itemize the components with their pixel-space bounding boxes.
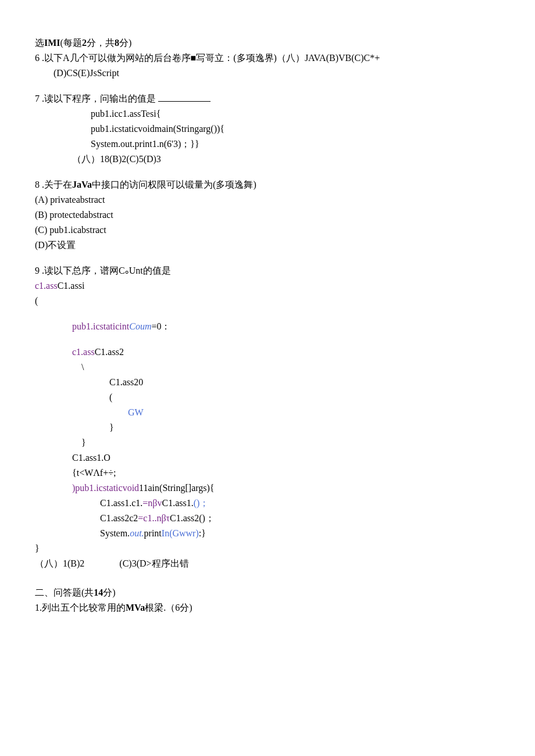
q9-l15b: =c1..nβτ xyxy=(138,513,170,523)
header-bold: IMI xyxy=(44,38,60,48)
header-p2: 8 xyxy=(115,38,119,48)
q9-l7: ( xyxy=(35,390,500,404)
q9-l10: } xyxy=(35,436,500,450)
q8-line1: 8 .关于在JaVa中接口的访问权限可以锻量为(多项逸舞) xyxy=(35,178,500,192)
q8-bold: JaVa xyxy=(72,180,92,189)
blank-line xyxy=(158,92,211,102)
q9-text: 读以下总序，谱网CₒUnt的值是 xyxy=(44,266,171,275)
q9-line1: 9 .读以下总序，谱网CₒUnt的值是 xyxy=(35,264,500,278)
q6-text-b: (D)CS(E)JsScript xyxy=(54,68,119,78)
s2-q1-bold: MVa xyxy=(126,603,145,612)
q9-l3a: pub1.icstaticint xyxy=(72,321,129,331)
header-mid: 分，共 xyxy=(87,38,115,48)
s2-q1-b: 根梁.（6分) xyxy=(145,603,192,612)
q9-l1a: c1.ass xyxy=(35,281,58,291)
s2-q1-a: 1.列出五个比较常用的 xyxy=(35,603,126,612)
q8-opt-d: (D)不设置 xyxy=(35,238,500,252)
q9-l4a: c1.ass xyxy=(72,347,95,357)
q9-l13b: 11ain(String[]args){ xyxy=(139,483,214,493)
q9-l15c: C1.ass2()； xyxy=(170,513,215,523)
q6-num: 6 xyxy=(35,53,40,63)
q9-num: 9 xyxy=(35,266,40,275)
q9-l9: } xyxy=(35,421,500,435)
q9-l15: C1.ass2c2=c1..nβτC1.ass2()； xyxy=(35,511,500,525)
q8-text-b: 中接口的访问权限可以锻量为(多项逸舞) xyxy=(92,180,256,189)
s2-bold: 14 xyxy=(94,587,103,597)
q6-text-a: 以下A几个可以做为网站的后台卷序■写哥立：(多项逸界)（八）JAVA(B)VB(… xyxy=(44,53,380,63)
section2-header: 二、问答题(共14分) xyxy=(35,586,500,600)
section-header: 选IMI(每题2分，共8分) xyxy=(35,36,500,50)
q9-l11: C1.ass1.O xyxy=(35,451,500,465)
q9-l1: c1.assC1.assi xyxy=(35,279,500,293)
q9-l4b: C1.ass2 xyxy=(95,347,124,357)
q9-l14d: ()； xyxy=(194,498,209,508)
q9-l5: \ xyxy=(35,360,500,374)
q7-dot: . xyxy=(40,94,44,103)
q9-l15a: C1.ass2c2 xyxy=(100,513,138,523)
q7-code1: pub1.icc1.assTesi{ xyxy=(35,107,500,121)
q6-dot: . xyxy=(40,53,44,63)
q7-code3: System.out.print1.n(6'3)；}} xyxy=(35,137,500,151)
q7-line1: 7 .读以下程序，问输出的值是 xyxy=(35,92,500,106)
q9-ans-b: (C)3(D>程序出错 xyxy=(119,558,188,568)
q9-ans-a: （八）1(B)2 xyxy=(35,558,84,568)
q9-l16: System.out.printIn(Gwwr):} xyxy=(35,526,500,540)
q9-l13a: )pub1.icstaticvoid xyxy=(72,483,139,493)
q9-answers: （八）1(B)2(C)3(D>程序出错 xyxy=(35,557,500,571)
header-p1: 2 xyxy=(82,38,87,48)
q9-l3b: Coum xyxy=(129,321,151,331)
q6-line2: (D)CS(E)JsScript xyxy=(35,66,500,80)
q9-l1b: C1.assi xyxy=(58,281,85,291)
q9-l13: )pub1.icstaticvoid11ain(String[]args){ xyxy=(35,481,500,495)
q9-l4: c1.assC1.ass2 xyxy=(35,345,500,359)
q9-l14b: =nβv xyxy=(142,498,162,508)
header-prefix: 选 xyxy=(35,38,44,48)
q9-l16a: System. xyxy=(100,528,130,538)
q7-code2: pub1.icstaticvoidmain(Stringarg()){ xyxy=(35,122,500,136)
q9-l8: GW xyxy=(35,406,500,420)
q9-l6: C1.ass20 xyxy=(35,375,500,389)
q9-l3c: =0： xyxy=(151,321,170,331)
s2-b: 分) xyxy=(103,587,115,597)
q9-l2: ( xyxy=(35,294,500,308)
q7-text: 读以下程序，问输出的值是 xyxy=(44,94,158,103)
q8-num: 8 xyxy=(35,180,40,189)
q9-l3: pub1.icstaticintCoum=0： xyxy=(35,320,500,334)
q8-opt-b: (B) protectedabstract xyxy=(35,208,500,222)
q9-l16e: :} xyxy=(199,528,206,538)
header-end: 分) xyxy=(119,38,131,48)
q8-opt-a: (A) privateabstract xyxy=(35,193,500,207)
q9-l16b: out. xyxy=(130,528,144,538)
q7-num: 7 xyxy=(35,94,40,103)
section2-q1: 1.列出五个比较常用的MVa根梁.（6分) xyxy=(35,601,500,615)
q9-l14a: C1.ass1.c1. xyxy=(100,498,142,508)
q9-l16c: print xyxy=(144,528,162,538)
q6-line1: 6 .以下A几个可以做为网站的后台卷序■写哥立：(多项逸界)（八）JAVA(B)… xyxy=(35,51,500,65)
q9-l17: } xyxy=(35,542,500,556)
q9-dot: . xyxy=(40,266,44,275)
s2-a: 二、问答题(共 xyxy=(35,587,94,597)
q9-l16d: In(Gwwr) xyxy=(162,528,199,538)
q7-answers: （八）18(B)2(C)5(D)3 xyxy=(35,152,500,166)
q8-text-a: 关于在 xyxy=(44,180,72,189)
q9-l14: C1.ass1.c1.=nβvC1.ass1.()； xyxy=(35,496,500,510)
q9-l12: {t<WΛf+÷; xyxy=(35,466,500,480)
q9-l14c: C1.ass1. xyxy=(162,498,194,508)
q8-dot: . xyxy=(40,180,44,189)
q8-opt-c: (C) pub1.icabstract xyxy=(35,223,500,237)
header-suffix: (每题 xyxy=(60,38,82,48)
